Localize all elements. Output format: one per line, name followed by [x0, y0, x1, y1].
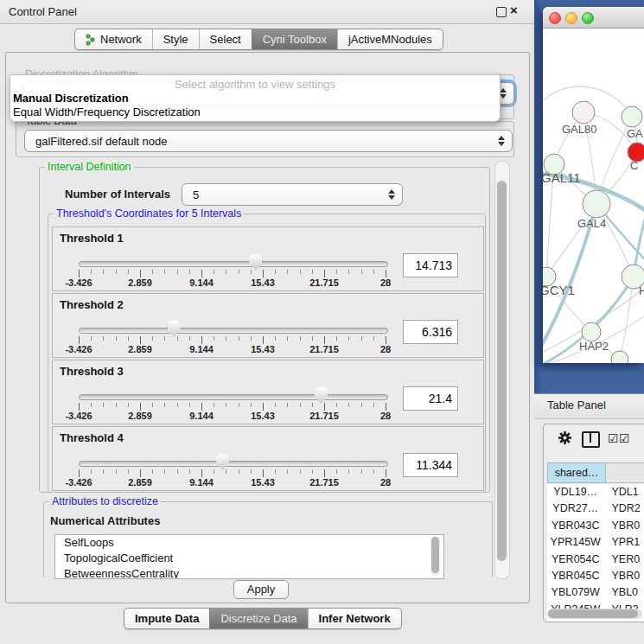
threshold-1-block: Threshold 1 -3.426 2.859 9.144 15.43 21.…	[52, 226, 484, 291]
node-partial-bottom[interactable]	[611, 351, 628, 363]
node-table-widget: ☑ ☑ shared… name YDL19…YDL1 YDR27…YDR2 Y…	[543, 424, 644, 622]
threshold-2-slider-track[interactable]	[79, 328, 388, 334]
threshold-4-slider-track[interactable]	[79, 461, 388, 467]
tab-infer-network[interactable]: Infer Network	[308, 609, 401, 628]
table-row[interactable]: YDR27…YDR2	[547, 501, 644, 517]
threshold-3-label: Threshold 3	[60, 365, 124, 378]
threshold-3-slider-track[interactable]	[79, 394, 388, 400]
control-panel-titlebar	[0, 0, 534, 24]
tick-label: 21.715	[309, 411, 339, 421]
list-item[interactable]: BetweennessCentrality	[55, 566, 443, 579]
table-row[interactable]: YBR043CYBR0	[547, 518, 644, 534]
network-window-titlebar[interactable]	[543, 7, 644, 29]
bottom-tab-bar: Impute Data Discretize Data Infer Networ…	[124, 608, 402, 629]
column-header-name[interactable]: name	[606, 462, 644, 483]
table-data-combo-value: galFiltered.sif default node	[35, 135, 167, 148]
table-row[interactable]: YBL079WYBL0	[547, 584, 644, 601]
tick-label: 21.715	[309, 344, 339, 354]
node-gal4[interactable]	[583, 190, 610, 218]
column-header-shared-name[interactable]: shared…	[547, 462, 606, 483]
table-row[interactable]: YBR045CYBR0	[547, 568, 644, 584]
label-gal4: GAL4	[577, 217, 606, 230]
tab-network[interactable]: Network	[75, 29, 152, 49]
threshold-2-value-field[interactable]	[403, 320, 458, 344]
threshold-1-slider-thumb[interactable]	[249, 254, 262, 271]
tick-label: -3.426	[65, 277, 92, 288]
label-c-partial: C	[630, 159, 638, 172]
tab-jactivemnodules[interactable]: jActiveMNodules	[337, 29, 443, 49]
unselect-all-columns-icon[interactable]: ☑	[619, 431, 630, 445]
tab-cyni-toolbox[interactable]: Cyni Toolbox	[252, 29, 337, 49]
tick-marks-major	[79, 469, 387, 477]
network-view-window: GAL80 GA C GAL11 GAL4 GCY1 H HAP2	[543, 7, 644, 363]
tick-label: -3.426	[65, 477, 92, 488]
tick-label: 9.144	[189, 277, 214, 288]
close-panel-icon[interactable]: ×	[510, 3, 518, 17]
select-all-columns-icon[interactable]: ☑	[608, 431, 619, 445]
threshold-2-slider-thumb[interactable]	[168, 321, 181, 337]
table-row[interactable]: YER054CYER0	[547, 552, 644, 568]
network-canvas[interactable]: GAL80 GA C GAL11 GAL4 GCY1 H HAP2	[543, 28, 644, 363]
threshold-4-block: Threshold 4 -3.426 2.859 9.144 15.43 21.…	[52, 426, 484, 491]
split-columns-icon[interactable]	[582, 431, 600, 448]
tick-label: 9.144	[189, 344, 214, 354]
intervals-value: 5	[193, 188, 199, 201]
threshold-1-value-field[interactable]	[403, 253, 458, 277]
combo-arrows-icon	[498, 136, 505, 146]
combo-arrows-icon	[500, 88, 507, 99]
tab-impute-data[interactable]: Impute Data	[124, 609, 209, 628]
label-gal80: GAL80	[562, 123, 596, 136]
mac-minimize-button[interactable]	[565, 12, 577, 24]
gear-icon[interactable]	[558, 430, 572, 445]
network-icon	[86, 34, 96, 46]
threshold-3-slider-thumb[interactable]	[315, 387, 328, 404]
label-hap2: HAP2	[579, 340, 609, 353]
tick-label: 28	[380, 277, 391, 288]
list-item[interactable]: TopologicalCoefficient	[55, 551, 443, 566]
table-data-combobox[interactable]: galFiltered.sif default node	[24, 130, 513, 152]
threshold-4-value-field[interactable]	[403, 453, 458, 477]
threshold-1-label: Threshold 1	[60, 232, 124, 245]
attributes-list-scrollbar[interactable]	[430, 536, 440, 576]
app-stage: Control Panel × Network Style Select Cyn…	[0, 0, 644, 644]
threshold-3-value-field[interactable]	[403, 386, 458, 411]
threshold-4-slider-thumb[interactable]	[216, 454, 229, 470]
float-panel-icon[interactable]	[496, 7, 507, 17]
tick-label: 9.144	[189, 477, 214, 488]
tab-select[interactable]: Select	[199, 29, 252, 49]
panel-title: Control Panel	[9, 5, 77, 18]
settings-vertical-scrollbar[interactable]	[494, 161, 510, 579]
threshold-2-label: Threshold 2	[60, 298, 124, 311]
apply-button[interactable]: Apply	[233, 580, 289, 599]
tick-label: -3.426	[65, 411, 92, 421]
table-body: YDL19…YDL1 YDR27…YDR2 YBR043CYBR0 YPR145…	[547, 484, 644, 622]
list-item[interactable]: SelfLoops	[55, 535, 443, 551]
table-header-row: shared… name	[547, 462, 644, 483]
table-horizontal-scrollbar[interactable]	[547, 609, 642, 619]
tab-discretize-data[interactable]: Discretize Data	[209, 609, 307, 628]
popup-item-manual-discretization[interactable]: Manual Discretization	[13, 92, 129, 105]
tick-label: 21.715	[309, 477, 339, 488]
tick-label: 2.859	[128, 344, 152, 354]
table-row[interactable]: YDL19…YDL1	[547, 484, 644, 501]
tick-label: 28	[380, 344, 391, 354]
tab-style[interactable]: Style	[152, 29, 199, 49]
number-of-intervals-label: Number of Intervals	[65, 188, 170, 201]
tick-label: 2.859	[128, 477, 152, 488]
node-gal80[interactable]	[572, 101, 595, 124]
tick-label: 15.43	[251, 344, 275, 354]
threshold-1-slider-track[interactable]	[79, 261, 388, 267]
number-of-intervals-combobox[interactable]: 5	[182, 183, 403, 206]
table-row[interactable]: YPR145WYPR1	[547, 534, 644, 551]
tick-marks-major	[79, 270, 387, 277]
popup-item-equal-width-frequency[interactable]: Equal Width/Frequency Discretization	[13, 105, 201, 118]
table-panel-title: Table Panel	[547, 399, 606, 411]
threshold-coordinates-title: Threshold's Coordinates for 5 Intervals	[54, 207, 244, 220]
node-partial-top-right[interactable]	[622, 106, 642, 127]
numerical-attributes-list[interactable]: SelfLoops TopologicalCoefficient Between…	[54, 534, 444, 579]
label-ga-partial: GA	[627, 127, 643, 140]
mac-zoom-button[interactable]	[582, 12, 594, 24]
interval-definition-title: Interval Definition	[45, 161, 134, 173]
mac-close-button[interactable]	[549, 12, 561, 24]
node-hap2[interactable]	[582, 322, 601, 341]
